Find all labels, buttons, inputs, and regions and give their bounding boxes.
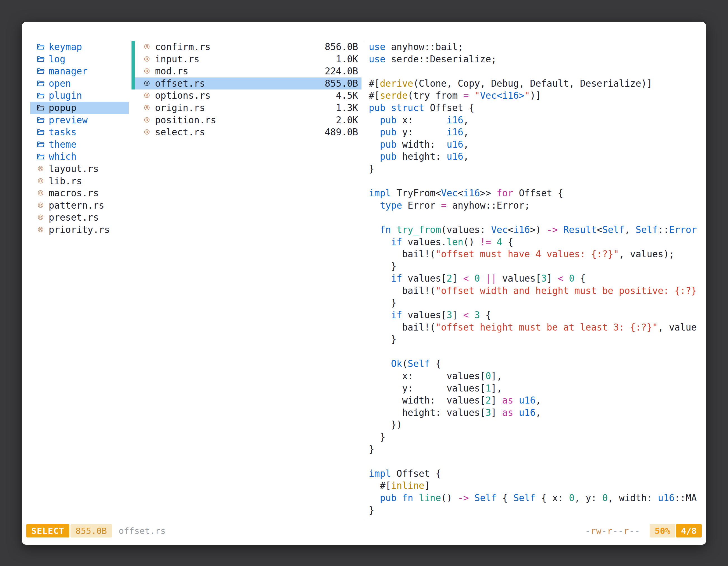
dir-item-preview[interactable]: preview <box>30 114 129 126</box>
cursor-position-badge: 4/8 <box>676 524 702 537</box>
rust-file-icon: ® <box>36 163 45 175</box>
folder-icon <box>36 128 45 137</box>
rust-file-icon: ® <box>36 200 45 212</box>
rust-file-icon: ® <box>142 126 152 139</box>
file-row-position.rs[interactable]: ®position.rs2.0K <box>131 114 361 126</box>
file-row-mod.rs[interactable]: ®mod.rs224.0B <box>131 65 361 78</box>
dir-item-keymap[interactable]: keymap <box>30 41 129 53</box>
file-label: priority.rs <box>49 224 110 236</box>
file-preview-pane: use anyhow::bail;use serde::Deserialize;… <box>369 41 698 525</box>
dir-item-log[interactable]: log <box>30 53 129 65</box>
file-row-confirm.rs[interactable]: ®confirm.rs856.0B <box>131 41 361 53</box>
code-line: impl TryFrom<Vec<i16>> for Offset { <box>369 187 698 200</box>
code-line: }) <box>369 419 698 431</box>
rust-file-icon: ® <box>36 212 45 224</box>
mode-badge: SELECT <box>26 524 69 537</box>
file-size: 1.0K <box>336 53 361 65</box>
dir-item-manager[interactable]: manager <box>30 65 129 78</box>
code-line: } <box>369 443 698 455</box>
code-line: pub height: u16, <box>369 151 698 163</box>
folder-icon <box>36 79 45 88</box>
file-row-input.rs[interactable]: ®input.rs1.0K <box>131 53 361 65</box>
dir-label: open <box>49 78 71 90</box>
code-line: pub width: u16, <box>369 139 698 151</box>
dir-item-open[interactable]: open <box>30 78 129 90</box>
folder-icon <box>36 91 45 100</box>
file-size: 856.0B <box>325 41 361 53</box>
selection-marker <box>131 41 135 53</box>
file-size: 2.0K <box>336 114 361 126</box>
file-name: options.rs <box>155 90 211 102</box>
folder-icon <box>36 67 45 76</box>
current-directory-pane: ®confirm.rs856.0B®input.rs1.0K®mod.rs224… <box>131 41 361 139</box>
dir-item-theme[interactable]: theme <box>30 139 129 151</box>
dir-label: tasks <box>49 126 76 139</box>
dir-label: preview <box>49 114 88 126</box>
code-line: type Error = anyhow::Error; <box>369 200 698 212</box>
dir-item-plugin[interactable]: plugin <box>30 90 129 102</box>
code-line: Ok(Self { <box>369 358 698 370</box>
parent-directory-pane: keymaplogmanageropenpluginpopuppreviewta… <box>30 41 129 236</box>
folder-icon <box>36 54 45 64</box>
folder-icon <box>36 42 45 52</box>
code-line: pub struct Offset { <box>369 102 698 114</box>
file-label: preset.rs <box>49 212 99 224</box>
rust-file-icon: ® <box>142 102 152 114</box>
file-item-layout.rs[interactable]: ®layout.rs <box>30 163 129 175</box>
dir-item-tasks[interactable]: tasks <box>30 126 129 139</box>
dir-label: plugin <box>49 90 82 102</box>
file-item-lib.rs[interactable]: ®lib.rs <box>30 175 129 187</box>
file-item-priority.rs[interactable]: ®priority.rs <box>30 224 129 236</box>
file-manager-window: keymaplogmanageropenpluginpopuppreviewta… <box>22 22 706 545</box>
rust-file-icon: ® <box>142 114 152 126</box>
rust-file-icon: ® <box>142 78 152 90</box>
file-row-offset.rs[interactable]: ®offset.rs855.0B <box>131 78 361 90</box>
code-line: } <box>369 261 698 273</box>
dir-label: keymap <box>49 41 82 53</box>
file-name: origin.rs <box>155 102 205 114</box>
file-item-pattern.rs[interactable]: ®pattern.rs <box>30 200 129 212</box>
rust-file-icon: ® <box>36 224 45 236</box>
file-item-preset.rs[interactable]: ®preset.rs <box>30 212 129 224</box>
folder-icon <box>36 140 45 149</box>
code-line: } <box>369 504 698 516</box>
code-line: height: values[3] as u16, <box>369 407 698 419</box>
code-line: pub x: i16, <box>369 114 698 126</box>
file-row-options.rs[interactable]: ®options.rs4.5K <box>131 90 361 102</box>
scroll-percent-badge: 50% <box>650 524 675 537</box>
file-size: 855.0B <box>325 78 361 90</box>
code-line: pub y: i16, <box>369 126 698 139</box>
dir-label: popup <box>49 102 76 114</box>
code-line <box>369 346 698 358</box>
dir-label: which <box>49 151 76 163</box>
dir-item-which[interactable]: which <box>30 151 129 163</box>
file-size: 1.3K <box>336 102 361 114</box>
dir-label: log <box>49 53 65 65</box>
folder-icon <box>36 152 45 161</box>
file-row-select.rs[interactable]: ®select.rs489.0B <box>131 126 361 139</box>
file-item-macros.rs[interactable]: ®macros.rs <box>30 187 129 200</box>
file-label: layout.rs <box>49 163 99 175</box>
code-line: if values[3] < 3 { <box>369 309 698 321</box>
code-line: fn try_from(values: Vec<i16>) -> Result<… <box>369 224 698 236</box>
code-line: #[serde(try_from = "Vec<i16>")] <box>369 90 698 102</box>
file-row-origin.rs[interactable]: ®origin.rs1.3K <box>131 102 361 114</box>
code-line: pub fn line() -> Self { Self { x: 0, y: … <box>369 492 698 504</box>
file-label: lib.rs <box>49 175 82 187</box>
file-size: 489.0B <box>325 126 361 139</box>
folder-icon <box>36 115 45 125</box>
dir-label: manager <box>49 65 88 78</box>
code-line: bail!("offset height must be at least 3:… <box>369 321 698 333</box>
selection-marker <box>131 78 135 90</box>
dir-label: theme <box>49 139 76 151</box>
rust-file-icon: ® <box>142 53 152 65</box>
file-name: offset.rs <box>155 78 205 90</box>
selection-marker <box>131 65 135 78</box>
code-line: bail!("offset width and height must be p… <box>369 285 698 297</box>
code-line: if values[2] < 0 || values[3] < 0 { <box>369 273 698 285</box>
code-line: width: values[2] as u16, <box>369 394 698 407</box>
file-size: 4.5K <box>336 90 361 102</box>
code-line: use serde::Deserialize; <box>369 53 698 65</box>
dir-item-popup[interactable]: popup <box>30 102 129 114</box>
code-line: } <box>369 297 698 309</box>
